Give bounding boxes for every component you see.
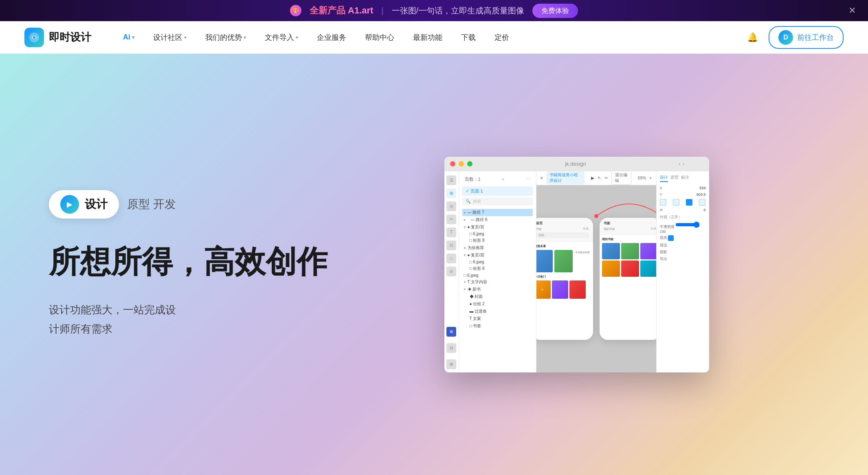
tree-item-group1[interactable]: ▾ ● 复页/页 [462, 223, 533, 231]
phone-mockup-right: 书架 我的书架 9:41 我的书架 [600, 218, 656, 340]
nav-item-help[interactable]: 帮助中心 [358, 29, 402, 46]
toolbar-zoom-in-icon[interactable]: + [649, 175, 652, 180]
toolbar-cursor-icon[interactable]: ↖ [598, 175, 601, 181]
phone-mockup-left: 首页 书架 9:41 搜索... 精选名著 [536, 218, 593, 340]
tree-item-recommend[interactable]: ● 为你推荐 [462, 244, 533, 252]
tree-item-jpeg1[interactable]: □ 6.jpeg [462, 231, 533, 237]
panel-search[interactable]: 🔍 搜索 [462, 197, 533, 206]
banner-icon: 🎨 [290, 5, 301, 16]
sidebar-image-icon[interactable]: ⊡ [446, 241, 456, 250]
chevron-down-icon: ▾ [132, 35, 134, 40]
align-btn-active[interactable] [686, 199, 692, 206]
sidebar-shape-icon[interactable]: □ [446, 254, 456, 263]
nav-item-import[interactable]: 文件导入 ▾ [257, 29, 305, 46]
titlebar-forward-icon[interactable]: › [683, 161, 685, 167]
layers-panel: 页数：1 + ⋯ ✓ 页面 1 🔍 搜索 ▸ — 路径 7 [459, 171, 536, 372]
fill-label: 填充 [660, 235, 706, 241]
sidebar-pen-icon[interactable]: ⊘ [446, 267, 456, 276]
tree-item-path6[interactable]: ▸ — 路径 6 [462, 216, 533, 223]
hero-tag-others: 原型 开发 [127, 197, 176, 212]
hero-tag-label: 设计 [85, 197, 108, 212]
tree-item-text[interactable]: ▾ T 文字内容 [462, 278, 533, 286]
nav-item-advantages[interactable]: 我们的优势 ▾ [198, 29, 253, 46]
tree-item-copy[interactable]: T 文案 [462, 315, 533, 322]
panel-more-icon[interactable]: ⋯ [526, 177, 530, 182]
align-btn-3[interactable] [699, 199, 705, 206]
hero-right: jk.design ‹ › ☰ ⊞ ◎ ✏ T ⊡ □ ⊘ [334, 157, 819, 372]
panel-add-icon[interactable]: + [502, 177, 504, 182]
tree-item-transition[interactable]: ▬ 过渡条 [462, 308, 533, 315]
logo-area[interactable]: 即时设计 [24, 28, 91, 47]
tree-item-jpeg3[interactable]: □ 6.jpeg [462, 272, 533, 278]
banner-divider: | [381, 6, 383, 15]
align-btn[interactable] [660, 199, 666, 206]
banner-product-text: 全新产品 A1.art [310, 4, 373, 17]
nav-item-community[interactable]: 设计社区 ▾ [146, 29, 194, 46]
tree-item-bookmark[interactable]: □ 书签 [462, 322, 533, 330]
hero-title: 所想所得，高效创作 [49, 243, 334, 280]
tree-item-group2[interactable]: ▾ ● 复页/层 [462, 252, 533, 259]
phone-content: 精选名著 今日热点内容 今日热门 海 [536, 242, 593, 301]
stroke-label: 描边 [660, 243, 706, 248]
book-2 [621, 243, 639, 259]
banner-close-button[interactable]: ✕ [848, 5, 856, 16]
shadow-label: 阴影 [660, 250, 706, 255]
y-value: 603.5 [697, 193, 706, 197]
logo-text: 即时设计 [49, 30, 91, 44]
tab-design[interactable]: 设计 [660, 175, 668, 182]
nav-items: Ai ▾ 设计社区 ▾ 我们的优势 ▾ 文件导入 ▾ 企业服务 帮助中心 最新功… [116, 29, 744, 46]
property-y: Y 603.5 [660, 193, 706, 197]
tree-item-group2b[interactable]: ● 分组 2 [462, 300, 533, 308]
svg-point-1 [33, 36, 35, 39]
nav-right: 🔔 D 前往工作台 [744, 26, 844, 49]
sidebar-draw-icon[interactable]: ✏ [446, 215, 456, 224]
section-title-hot: 今日热门 [536, 275, 591, 279]
notification-bell-icon[interactable]: 🔔 [744, 29, 760, 46]
books-grid [602, 243, 656, 277]
nav-item-features[interactable]: 最新功能 [406, 29, 450, 46]
book-1 [602, 243, 620, 259]
tree-item-newbook[interactable]: ▾ ◈ 新书 [462, 286, 533, 293]
align-btn-2[interactable] [673, 199, 679, 206]
hero-section: ▶ 设计 原型 开发 所想所得，高效创作 设计功能强大，一站完成设 计师所有需求… [0, 54, 868, 475]
tree-item-rect8[interactable]: □ 矩形 8 [462, 237, 533, 244]
titlebar-back-icon[interactable]: ‹ [679, 161, 681, 167]
titlebar-fullscreen-dot[interactable] [467, 161, 472, 166]
tree-item-rect8b[interactable]: □ 矩形 8 [462, 265, 533, 272]
sidebar-bottom-icon[interactable]: ⊞ [446, 327, 456, 337]
nav-item-ai[interactable]: Ai ▾ [116, 30, 142, 45]
nav-item-enterprise[interactable]: 企业服务 [310, 29, 354, 46]
tree-item-path7[interactable]: ▸ — 路径 7 [462, 209, 533, 216]
sidebar-text-icon[interactable]: T [446, 228, 456, 237]
sidebar-component-icon[interactable]: ⊟ [446, 343, 456, 353]
sidebar-grid-icon[interactable]: ⊞ [446, 359, 456, 369]
tab-annotate[interactable]: 标注 [681, 175, 689, 182]
page-item[interactable]: ✓ 页面 1 [462, 186, 533, 196]
nav-item-download[interactable]: 下载 [454, 29, 483, 46]
nav-item-pricing[interactable]: 定价 [487, 29, 516, 46]
canvas-toolbar: ≡ 书籍阅读类小程序设计 ▶ ↖ ✂ 退出编辑 69% + [536, 171, 656, 185]
banner-cta-button[interactable]: 免费体验 [532, 4, 578, 18]
opacity-slider[interactable] [675, 221, 700, 228]
titlebar-minimize-dot[interactable] [459, 161, 464, 166]
titlebar-title: jk.design [476, 161, 676, 167]
toolbar-play-icon[interactable]: ▶ [591, 175, 594, 181]
sidebar-menu-icon[interactable]: ☰ [446, 175, 456, 185]
toolbar-cut-icon[interactable]: ✂ [604, 175, 608, 181]
hero-tag: ▶ 设计 原型 开发 [49, 190, 334, 219]
sidebar-layers-icon[interactable]: ⊞ [446, 188, 456, 198]
sidebar-search-icon[interactable]: ◎ [446, 201, 456, 211]
tree-item-jpeg2[interactable]: □ 6.jpeg [462, 259, 533, 265]
toolbar-more-icon[interactable]: ≡ [541, 175, 543, 180]
page-count-label: 页数：1 [465, 176, 481, 182]
app-canvas[interactable]: ≡ 书籍阅读类小程序设计 ▶ ↖ ✂ 退出编辑 69% + [536, 171, 656, 372]
app-sidebar: ☰ ⊞ ◎ ✏ T ⊡ □ ⊘ ⊞ ⊟ ⊞ [444, 171, 459, 372]
tree-item-cover[interactable]: ◆ 封面 [462, 293, 533, 300]
goto-workspace-button[interactable]: D 前往工作台 [769, 26, 844, 49]
top-banner: 🎨 全新产品 A1.art | 一张图/一句话，立即生成高质量图像 免费体验 ✕ [0, 0, 868, 21]
tab-prototype[interactable]: 原型 [670, 175, 679, 182]
hero-subtitle: 设计功能强大，一站完成设 计师所有需求 [49, 300, 334, 339]
x-value: 559 [699, 186, 705, 190]
phone-header-right: 书架 我的书架 9:41 [600, 218, 656, 235]
titlebar-close-dot[interactable] [450, 161, 455, 166]
